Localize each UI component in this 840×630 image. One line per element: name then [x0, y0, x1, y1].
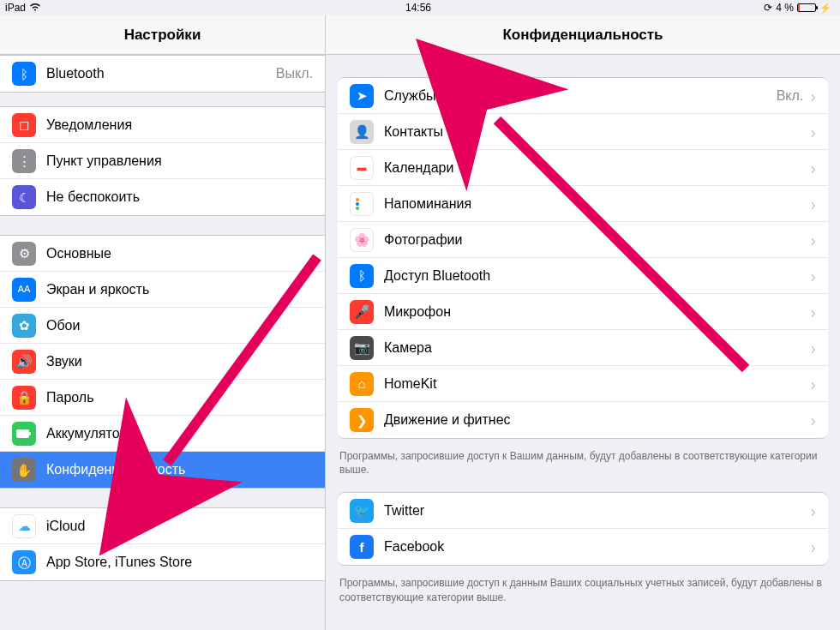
sidebar-item-label: Не беспокоить — [46, 189, 313, 205]
privacy-item-calendar[interactable]: ▬ Календари › — [338, 150, 828, 186]
sidebar-item-label: Обои — [46, 318, 313, 333]
sidebar-item-label: Пароль — [46, 390, 313, 405]
sidebar-item-icloud[interactable]: ☁ iCloud — [0, 508, 325, 544]
privacy-item-label: Доступ Bluetooth — [384, 268, 803, 284]
sounds-icon: 🔊 — [12, 350, 36, 374]
detail-title: Конфиденциальность — [326, 15, 840, 55]
privacy-item-label: Facebook — [384, 539, 803, 555]
chevron-right-icon: › — [810, 123, 816, 141]
sidebar-item-label: Основные — [46, 246, 313, 261]
sidebar-item-label: Экран и яркость — [46, 282, 313, 297]
privacy-item-motion[interactable]: ❯ Движение и фитнес › — [338, 402, 828, 438]
privacy-item-bluetooth-sharing[interactable]: ᛒ Доступ Bluetooth › — [338, 258, 828, 294]
bluetooth-icon: ᛒ — [12, 62, 36, 86]
sidebar-item-label: Аккумулятор — [46, 426, 313, 441]
privacy-item-photos[interactable]: 🌸 Фотографии › — [338, 222, 828, 258]
sidebar-title: Настройки — [0, 15, 325, 55]
sidebar-item-control-center[interactable]: ⋮ Пункт управления — [0, 143, 325, 179]
group-footer: Программы, запросившие доступ к данным В… — [326, 571, 840, 603]
display-icon: AA — [12, 278, 36, 302]
wallpaper-icon: ✿ — [12, 314, 36, 338]
chevron-right-icon: › — [810, 411, 816, 429]
facebook-icon: f — [350, 535, 374, 559]
privacy-item-homekit[interactable]: ⌂ HomeKit › — [338, 366, 828, 402]
sidebar-item-general[interactable]: ⚙ Основные — [0, 236, 325, 272]
privacy-item-label: Контакты — [384, 124, 803, 140]
settings-sidebar: Настройки ᛒ Bluetooth Выкл. ◻ Уведомлени… — [0, 15, 326, 630]
appstore-icon: Ⓐ — [12, 550, 36, 574]
sidebar-item-label: iCloud — [46, 519, 313, 534]
camera-icon: 📷 — [350, 336, 374, 360]
sidebar-item-privacy[interactable]: ✋ Конфиденциальность — [0, 452, 325, 488]
sidebar-item-sounds[interactable]: 🔊 Звуки — [0, 344, 325, 380]
chevron-right-icon: › — [810, 195, 816, 213]
sidebar-item-do-not-disturb[interactable]: ☾ Не беспокоить — [0, 179, 325, 215]
privacy-item-twitter[interactable]: 🐦 Twitter › — [338, 493, 828, 529]
sidebar-item-wallpaper[interactable]: ✿ Обои — [0, 308, 325, 344]
privacy-item-facebook[interactable]: f Facebook › — [338, 529, 828, 565]
chevron-right-icon: › — [810, 538, 816, 555]
sidebar-item-appstore[interactable]: Ⓐ App Store, iTunes Store — [0, 544, 325, 580]
chevron-right-icon: › — [810, 375, 816, 393]
privacy-item-camera[interactable]: 📷 Камера › — [338, 330, 828, 366]
charging-icon: ⚡ — [819, 3, 831, 14]
photos-icon: 🌸 — [350, 228, 374, 252]
svg-point-2 — [356, 198, 359, 201]
privacy-item-label: Службы геолокации — [384, 88, 777, 104]
detail-pane: Конфиденциальность ➤ Службы геолокации В… — [326, 15, 840, 630]
motion-icon: ❯ — [350, 408, 374, 432]
sidebar-item-bluetooth[interactable]: ᛒ Bluetooth Выкл. — [0, 56, 325, 92]
twitter-icon: 🐦 — [350, 499, 374, 523]
battery-percent: 4 % — [776, 2, 794, 14]
svg-rect-0 — [16, 429, 29, 438]
notifications-icon: ◻ — [12, 113, 36, 137]
chevron-right-icon: › — [810, 87, 816, 105]
chevron-right-icon: › — [810, 159, 816, 177]
battery-settings-icon — [12, 422, 36, 446]
chevron-right-icon: › — [810, 231, 816, 249]
lock-icon: 🔒 — [12, 386, 36, 410]
gear-icon: ⚙ — [12, 242, 36, 266]
privacy-item-contacts[interactable]: 👤 Контакты › — [338, 114, 828, 150]
homekit-icon: ⌂ — [350, 372, 374, 396]
sidebar-item-label: App Store, iTunes Store — [46, 555, 313, 570]
svg-point-4 — [356, 207, 359, 210]
status-bar: iPad 14:56 ⟳ 4 % ⚡ — [0, 0, 840, 15]
privacy-item-reminders[interactable]: Напоминания › — [338, 186, 828, 222]
sidebar-item-battery[interactable]: Аккумулятор — [0, 416, 325, 452]
device-label: iPad — [5, 2, 26, 14]
battery-icon — [797, 3, 816, 12]
wifi-icon — [29, 2, 41, 14]
group-footer: Программы, запросившие доступ к Вашим да… — [326, 444, 840, 477]
sidebar-item-label: Уведомления — [46, 117, 313, 133]
sidebar-item-passcode[interactable]: 🔒 Пароль — [0, 380, 325, 416]
sidebar-item-notifications[interactable]: ◻ Уведомления — [0, 107, 325, 143]
reminders-icon — [350, 192, 374, 216]
svg-rect-1 — [29, 432, 31, 435]
calendar-icon: ▬ — [350, 156, 374, 180]
clock: 14:56 — [280, 2, 555, 14]
chevron-right-icon: › — [810, 339, 816, 357]
icloud-icon: ☁ — [12, 514, 36, 538]
sidebar-item-label: Bluetooth — [46, 66, 276, 81]
privacy-item-label: Календари — [384, 160, 803, 176]
sidebar-item-label: Пункт управления — [46, 153, 313, 169]
privacy-item-label: Камера — [384, 340, 803, 356]
contacts-icon: 👤 — [350, 120, 374, 144]
privacy-item-label: Фотографии — [384, 232, 803, 248]
hand-icon: ✋ — [12, 458, 36, 482]
chevron-right-icon: › — [810, 303, 816, 321]
sidebar-item-value: Выкл. — [276, 66, 313, 81]
microphone-icon: 🎤 — [350, 300, 374, 324]
sidebar-item-label: Конфиденциальность — [46, 462, 313, 477]
privacy-item-location[interactable]: ➤ Службы геолокации Вкл. › — [338, 78, 828, 114]
privacy-item-label: Микрофон — [384, 304, 803, 320]
bluetooth-share-icon: ᛒ — [350, 264, 374, 288]
svg-point-3 — [356, 202, 359, 206]
orientation-lock-icon: ⟳ — [764, 2, 772, 14]
privacy-item-label: Напоминания — [384, 196, 803, 212]
sidebar-item-label: Звуки — [46, 354, 313, 369]
privacy-item-microphone[interactable]: 🎤 Микрофон › — [338, 294, 828, 330]
sidebar-item-display[interactable]: AA Экран и яркость — [0, 272, 325, 308]
privacy-item-label: Движение и фитнес — [384, 412, 803, 428]
